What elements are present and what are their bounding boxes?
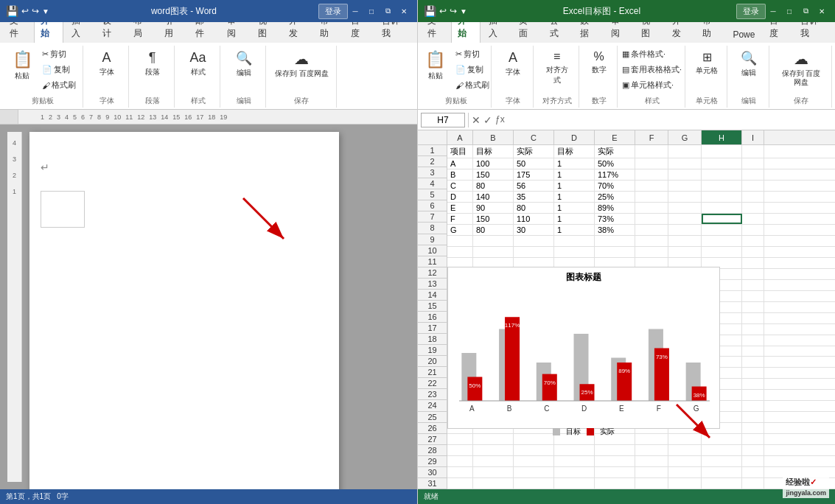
grid-cell[interactable] bbox=[595, 478, 635, 489]
grid-cell[interactable]: 目标 bbox=[473, 145, 514, 158]
row-header-2[interactable]: 2 bbox=[418, 156, 447, 167]
grid-cell[interactable] bbox=[554, 236, 595, 246]
excel-edit-button[interactable]: 🔍 编辑 bbox=[734, 47, 764, 81]
font-button[interactable]: A 字体 bbox=[92, 47, 122, 80]
grid-cell[interactable] bbox=[742, 412, 764, 422]
grid-cell[interactable] bbox=[473, 467, 514, 477]
grid-cell[interactable] bbox=[635, 445, 668, 455]
excel-save-icon[interactable]: 💾 bbox=[424, 5, 436, 17]
grid-cell[interactable] bbox=[635, 225, 668, 235]
row-header-13[interactable]: 13 bbox=[418, 279, 447, 290]
grid-cell[interactable] bbox=[702, 445, 742, 455]
grid-cell[interactable]: E bbox=[447, 203, 473, 213]
grid-cell[interactable]: 30 bbox=[514, 225, 554, 235]
grid-cell[interactable] bbox=[514, 467, 554, 477]
grid-cell[interactable]: 175 bbox=[514, 169, 554, 180]
excel-restore-button[interactable]: ⧉ bbox=[798, 4, 813, 18]
grid-cell[interactable] bbox=[595, 467, 635, 477]
grid-cell[interactable] bbox=[742, 258, 764, 268]
paste-button[interactable]: 📋 粘贴 bbox=[7, 47, 37, 84]
excel-alignment-button[interactable]: ≡ 对齐方式 bbox=[539, 47, 574, 88]
grid-cell[interactable]: 70% bbox=[595, 181, 635, 191]
grid-cell[interactable]: 100 bbox=[473, 158, 514, 169]
grid-cell[interactable] bbox=[447, 445, 473, 455]
grid-cell[interactable] bbox=[668, 225, 702, 235]
row-header-14[interactable]: 14 bbox=[418, 290, 447, 301]
grid-cell[interactable] bbox=[742, 145, 764, 158]
row-header-17[interactable]: 17 bbox=[418, 323, 447, 334]
grid-cell[interactable] bbox=[702, 192, 742, 202]
excel-dropdown-icon[interactable]: ▼ bbox=[460, 7, 467, 15]
excel-undo-icon[interactable]: ↩ bbox=[439, 6, 447, 16]
grid-cell[interactable] bbox=[742, 445, 764, 455]
grid-cell[interactable] bbox=[702, 478, 742, 489]
formula-input[interactable] bbox=[508, 113, 832, 127]
grid-cell[interactable]: A bbox=[447, 158, 473, 169]
grid-cell[interactable] bbox=[702, 181, 742, 191]
grid-cell[interactable]: 实际 bbox=[514, 145, 554, 158]
grid-cell[interactable]: 1 bbox=[554, 225, 595, 235]
row-header-26[interactable]: 26 bbox=[418, 423, 447, 434]
grid-cell[interactable] bbox=[742, 401, 764, 411]
grid-cell[interactable] bbox=[595, 456, 635, 466]
grid-cell[interactable] bbox=[742, 302, 764, 312]
grid-cell[interactable] bbox=[668, 203, 702, 213]
maximize-button[interactable]: □ bbox=[364, 4, 379, 18]
grid-cell[interactable] bbox=[668, 214, 702, 224]
grid-cell[interactable] bbox=[635, 478, 668, 489]
row-header-3[interactable]: 3 bbox=[418, 167, 447, 178]
row-header-25[interactable]: 25 bbox=[418, 412, 447, 423]
grid-cell[interactable] bbox=[668, 467, 702, 477]
row-header-16[interactable]: 16 bbox=[418, 312, 447, 323]
col-header-e[interactable]: E bbox=[595, 130, 635, 144]
grid-cell[interactable] bbox=[702, 158, 742, 169]
row-header-20[interactable]: 20 bbox=[418, 356, 447, 367]
row-header-19[interactable]: 19 bbox=[418, 345, 447, 356]
grid-cell[interactable] bbox=[742, 225, 764, 235]
grid-cell[interactable] bbox=[473, 236, 514, 246]
row-header-12[interactable]: 12 bbox=[418, 267, 447, 279]
grid-cell[interactable] bbox=[635, 456, 668, 466]
grid-cell[interactable] bbox=[742, 181, 764, 191]
col-header-g[interactable]: G bbox=[668, 130, 702, 144]
grid-cell[interactable] bbox=[742, 357, 764, 367]
grid-cell[interactable] bbox=[668, 145, 702, 158]
grid-cell[interactable] bbox=[635, 169, 668, 180]
grid-cell[interactable] bbox=[702, 145, 742, 158]
grid-cell[interactable] bbox=[742, 214, 764, 224]
style-button[interactable]: Aa 样式 bbox=[184, 47, 213, 80]
grid-cell[interactable]: 项目 bbox=[447, 145, 473, 158]
word-login-button[interactable]: 登录 bbox=[318, 4, 348, 19]
grid-cell[interactable] bbox=[514, 236, 554, 246]
grid-cell[interactable] bbox=[668, 247, 702, 257]
excel-paste-button[interactable]: 📋 粘贴 bbox=[421, 47, 450, 84]
grid-cell[interactable] bbox=[447, 456, 473, 466]
grid-cell[interactable]: 140 bbox=[473, 192, 514, 202]
grid-cell[interactable] bbox=[742, 269, 764, 279]
row-header-29[interactable]: 29 bbox=[418, 456, 447, 467]
excel-copy-button[interactable]: 📄 复制 bbox=[453, 63, 492, 77]
minimize-button[interactable]: ─ bbox=[348, 4, 363, 18]
grid-cell[interactable]: 90 bbox=[473, 203, 514, 213]
grid-cell[interactable]: G bbox=[447, 225, 473, 235]
grid-cell[interactable] bbox=[635, 467, 668, 477]
row-header-6[interactable]: 6 bbox=[418, 200, 447, 211]
grid-cell[interactable] bbox=[595, 236, 635, 246]
excel-number-button[interactable]: % 数字 bbox=[584, 47, 614, 78]
grid-cell[interactable] bbox=[554, 445, 595, 455]
grid-cell[interactable] bbox=[635, 236, 668, 246]
grid-cell[interactable] bbox=[514, 247, 554, 257]
excel-font-button[interactable]: A 字体 bbox=[498, 47, 528, 80]
grid-cell[interactable] bbox=[554, 456, 595, 466]
row-header-18[interactable]: 18 bbox=[418, 334, 447, 345]
col-header-f[interactable]: F bbox=[635, 130, 668, 144]
grid-cell[interactable]: 38% bbox=[595, 225, 635, 235]
grid-cell[interactable] bbox=[595, 247, 635, 257]
col-header-c[interactable]: C bbox=[514, 130, 554, 144]
grid-cell[interactable] bbox=[473, 478, 514, 489]
grid-cell[interactable] bbox=[514, 456, 554, 466]
grid-cell[interactable]: 目标 bbox=[554, 145, 595, 158]
grid-cell[interactable]: 35 bbox=[514, 192, 554, 202]
excel-maximize-button[interactable]: □ bbox=[782, 4, 797, 18]
grid-cell[interactable] bbox=[635, 158, 668, 169]
